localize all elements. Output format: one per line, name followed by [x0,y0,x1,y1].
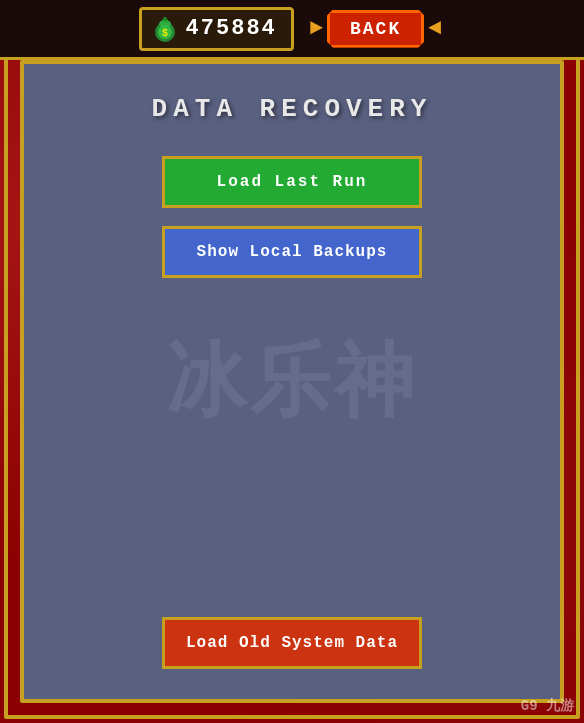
show-local-backups-button[interactable]: Show Local Backups [162,226,422,278]
svg-text:$: $ [162,28,168,39]
svg-point-5 [163,17,167,21]
back-button[interactable]: BACK [327,10,424,48]
coin-icon: $ [150,14,180,44]
load-old-system-data-button[interactable]: Load Old System Data [162,617,422,669]
buttons-area: Load Last Run Show Local Backups [44,156,540,278]
panel-title: DATA RECOVERY [152,94,433,124]
header-bar: $ 475884 ► BACK ◄ [0,0,584,60]
arrow-right-icon: ► [310,16,323,41]
coin-amount: 475884 [186,16,277,41]
coin-display: $ 475884 [139,7,294,51]
main-panel: 冰乐神 DATA RECOVERY Load Last Run Show Loc… [20,60,564,703]
watermark-text: 冰乐神 [166,328,418,436]
arrow-left-icon: ◄ [428,16,441,41]
load-last-run-button[interactable]: Load Last Run [162,156,422,208]
